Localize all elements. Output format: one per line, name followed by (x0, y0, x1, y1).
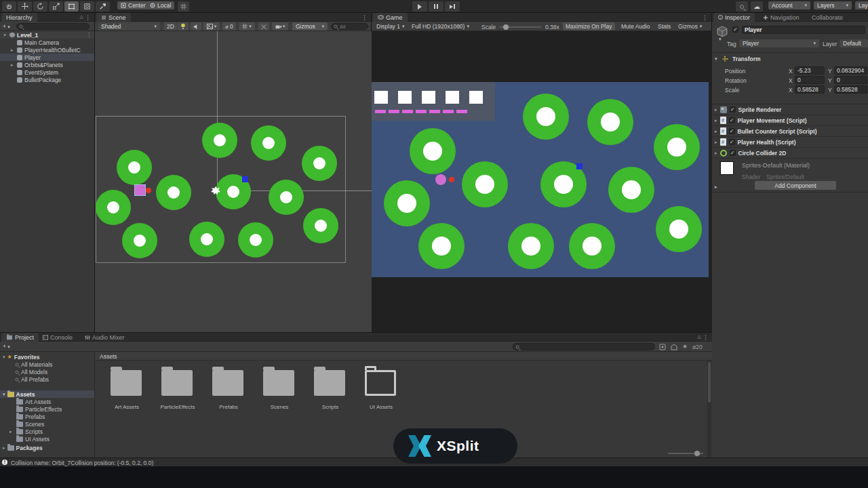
scene-visibility-button[interactable]: ø 0 (222, 22, 236, 30)
foldout-arrow[interactable]: ▸ (715, 150, 717, 156)
planet-object[interactable] (96, 190, 131, 225)
project-tree-favorites[interactable]: ▾★Favorites (0, 353, 94, 361)
component-bullet-counter-script-script-[interactable]: ▸#✓Bullet Counter Script (Script) (712, 126, 868, 137)
scene-tools-button[interactable] (258, 22, 269, 30)
scene-gizmos-dropdown[interactable]: Gizmos▾ (292, 22, 328, 30)
menu-icon[interactable]: ⋮ (86, 32, 92, 38)
foldout-arrow[interactable]: ▾ (3, 354, 5, 360)
tag-dropdown[interactable]: Player▾ (739, 39, 819, 47)
project-tree-scenes[interactable]: Scenes (0, 420, 94, 428)
custom-tool-button[interactable] (96, 1, 110, 12)
project-scrollbar[interactable] (707, 361, 711, 458)
foldout-arrow[interactable]: ▸ (3, 445, 5, 451)
tab-audio-mixer[interactable]: Audio Mixer (80, 333, 130, 342)
foldout-arrow[interactable]: ▾ (3, 392, 5, 397)
planet-object[interactable] (202, 123, 237, 158)
scale-slider[interactable] (499, 26, 541, 28)
game-canvas[interactable] (372, 31, 712, 332)
play-button[interactable] (412, 1, 427, 12)
asset-folder-scenes[interactable]: Scenes (258, 365, 301, 426)
scene-grid-dropdown[interactable]: ▾ (239, 22, 255, 30)
planet-object[interactable] (302, 146, 337, 181)
component-enabled-checkbox[interactable]: ✓ (730, 150, 736, 156)
layout-dropdown[interactable]: Layout (855, 1, 868, 9)
component-player-movement-script-[interactable]: ▸#✓Player Movement (Script) (712, 115, 868, 126)
pivot-center-button[interactable]: Center (117, 1, 149, 9)
scene-camera-dropdown[interactable]: ▾ (272, 22, 288, 30)
hierarchy-item-main-camera[interactable]: Main Camera (0, 39, 94, 46)
foldout-arrow[interactable]: ▸ (715, 107, 717, 113)
step-button[interactable] (445, 1, 460, 12)
planet-object[interactable] (269, 180, 304, 215)
grid-snap-button[interactable] (178, 1, 189, 12)
tab-inspector[interactable]: i Inspector (713, 13, 755, 22)
menu-icon[interactable]: ⋮ (361, 14, 368, 21)
cloud-collab-button[interactable]: ☁ (751, 1, 763, 12)
planet-object[interactable] (251, 125, 286, 161)
tab-console[interactable]: Console (38, 333, 77, 342)
powerup-square-object[interactable] (242, 176, 248, 182)
scene-effects-dropdown[interactable]: ▾ (203, 22, 220, 30)
tab-collaborate[interactable]: Collaborate (807, 13, 848, 22)
foldout-arrow[interactable]: ▸ (715, 129, 717, 134)
object-name-field[interactable]: Player (742, 26, 865, 34)
planet-object[interactable] (303, 208, 338, 243)
mute-audio-button[interactable]: Mute Audio (618, 22, 653, 30)
scale-slider-handle[interactable] (503, 24, 509, 30)
hierarchy-item-orbits-planets[interactable]: ▸Orbits&Planets (0, 61, 94, 68)
project-tree-ui-assets[interactable]: UI Assets (0, 435, 94, 443)
tab-scene[interactable]: Scene (96, 13, 131, 22)
hand-tool-button[interactable] (2, 1, 16, 12)
project-search-input[interactable] (513, 343, 655, 350)
enemy-dot-object[interactable] (146, 188, 151, 193)
lock-icon[interactable]: △ (80, 14, 83, 20)
asset-folder-particleeffects[interactable]: ParticleEffects (156, 365, 199, 426)
move-tool-button[interactable] (18, 1, 32, 12)
material-preview-foldout[interactable]: ▸ (715, 184, 717, 190)
asset-folder-art-assets[interactable]: Art Assets (105, 365, 149, 426)
foldout-arrow[interactable]: ▸ (9, 429, 14, 434)
project-tree-particleeffects[interactable]: ParticleEffects (0, 405, 94, 413)
scene-search-input[interactable]: All (331, 23, 368, 30)
search-by-type-icon[interactable] (659, 344, 666, 350)
project-tree-all-models[interactable]: All Models (0, 368, 94, 375)
foldout-arrow[interactable]: ▸ (11, 62, 17, 68)
active-checkbox[interactable]: ✓ (732, 26, 738, 33)
pivot-local-button[interactable]: Local (146, 1, 174, 9)
component-player-health-script-[interactable]: ▸#✓Player Health (Script) (712, 137, 868, 148)
foldout-arrow[interactable]: ▸ (11, 47, 17, 53)
transform-foldout[interactable]: ▾ (715, 56, 717, 62)
rotation-x-field[interactable]: 0 (795, 76, 825, 84)
thumbnail-size-slider[interactable] (668, 453, 703, 454)
planet-object[interactable] (189, 222, 224, 257)
toggle-2d-button[interactable]: 2D (164, 22, 177, 30)
component-enabled-checkbox[interactable]: ✓ (729, 139, 735, 145)
menu-icon[interactable]: ⋮ (702, 14, 708, 21)
account-dropdown[interactable]: Account▾ (768, 1, 810, 9)
position-y-field[interactable]: 0.0832904 (834, 66, 867, 75)
component-circle-collider-2d[interactable]: ▸✓Circle Collider 2D (712, 148, 868, 159)
search-by-label-icon[interactable] (671, 344, 677, 350)
rotation-y-field[interactable]: 0 (834, 76, 867, 84)
planet-object[interactable] (117, 150, 152, 185)
component-enabled-checkbox[interactable]: ✓ (729, 117, 735, 123)
component-enabled-checkbox[interactable]: ✓ (729, 128, 735, 134)
project-tree-assets[interactable]: ▾Assets (0, 390, 94, 398)
hierarchy-item-bulletpackage[interactable]: BulletPackage (0, 76, 94, 83)
asset-folder-ui-assets[interactable]: UI Assets (359, 365, 403, 426)
project-tree-packages[interactable]: ▸Packages (0, 444, 94, 451)
planet-object[interactable] (122, 223, 157, 258)
rotate-tool-button[interactable] (33, 1, 47, 12)
shading-mode-dropdown[interactable]: Shaded▾ (98, 22, 160, 30)
asset-folder-scripts[interactable]: Scripts (309, 365, 352, 426)
component-enabled-checkbox[interactable]: ✓ (730, 106, 736, 113)
project-tree-prefabs[interactable]: Prefabs (0, 413, 94, 420)
menu-icon[interactable]: ⋮ (703, 334, 709, 341)
thumbnail-slider-handle[interactable] (694, 451, 700, 456)
project-tree-art-assets[interactable]: Art Assets (0, 398, 94, 405)
icon-dropdown-caret[interactable]: ▾ (719, 37, 722, 42)
rect-tool-button[interactable] (64, 1, 79, 12)
hierarchy-scene-row[interactable]: ▾Level_1⋮ (0, 31, 94, 39)
component-sprite-renderer[interactable]: ▸✓Sprite Renderer (712, 104, 868, 115)
favorite-search-icon[interactable]: ★ (682, 343, 688, 350)
